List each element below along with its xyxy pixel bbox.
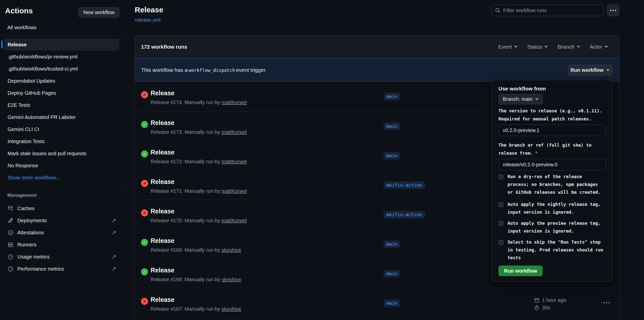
filter-dropdown-branch[interactable]: Branch	[557, 44, 580, 50]
sidebar-item-performance-metrics[interactable]: Performance metrics ↗	[0, 263, 125, 275]
sidebar-item-workflow[interactable]: Mark stale issues and pull requests	[5, 147, 119, 159]
run-description: Release #167: Manually run by skeshive	[151, 306, 241, 312]
branch-label[interactable]: main	[383, 240, 400, 248]
ref-input[interactable]	[498, 159, 606, 170]
filter-dropdown-actor[interactable]: Actor	[590, 44, 608, 50]
actor-link[interactable]: skeshive	[221, 306, 241, 312]
checkbox-label: Auto apply the nightly release tag,input…	[508, 201, 601, 216]
chevron-down-icon	[544, 46, 548, 48]
sidebar-item-label: Attestations	[17, 230, 44, 236]
run-age: 1 hour ago	[542, 297, 566, 303]
filter-runs-search[interactable]	[491, 5, 604, 16]
branch-label[interactable]: mk/fix-action	[383, 181, 425, 189]
cache-icon	[8, 206, 13, 211]
checkbox[interactable]	[498, 240, 503, 245]
management-header: Management	[7, 193, 37, 198]
external-link-icon: ↗	[111, 253, 116, 260]
workflow-options-button[interactable]	[607, 5, 619, 16]
run-title-link[interactable]: Release	[151, 296, 175, 303]
run-description: Release #171: Manually run by mattKorwel	[151, 188, 247, 194]
sidebar-item-caches[interactable]: Caches	[0, 202, 125, 214]
version-help-text: The version to release (e.g., v0.1.11).R…	[498, 107, 607, 123]
actor-link[interactable]: mattKorwel	[221, 188, 247, 194]
sidebar-item-workflow[interactable]: No Response	[5, 159, 119, 172]
run-title-link[interactable]: Release	[151, 119, 175, 126]
success-icon: ✓	[141, 239, 148, 246]
sidebar-item-workflow[interactable]: Show more workflows...	[5, 172, 119, 184]
workflow-file-link[interactable]: release.yml	[135, 17, 160, 23]
sidebar-item-deployments[interactable]: Deployments ↗	[0, 214, 125, 227]
checkbox[interactable]	[498, 175, 503, 179]
sidebar-item-all-workflows[interactable]: All workflows	[5, 22, 120, 33]
sidebar-item-workflow[interactable]: .github/workflows/trusted-ci.yml	[5, 63, 119, 75]
run-title-link[interactable]: Release	[151, 267, 175, 274]
actor-link[interactable]: mattKorwel	[221, 129, 247, 135]
actor-link[interactable]: mattKorwel	[221, 159, 247, 164]
search-input[interactable]	[503, 8, 600, 13]
branch-label[interactable]: main	[383, 299, 400, 307]
run-workflow-dropdown-button[interactable]: Run workflow	[568, 65, 612, 76]
run-workflow-popover: Use workflow from Branch: main The versi…	[492, 80, 612, 282]
branch-label[interactable]: main	[383, 122, 400, 130]
actor-link[interactable]: mattKorwel	[221, 100, 247, 105]
actor-link[interactable]: skeshive	[221, 247, 241, 253]
runs-count: 172 workflow runs	[141, 44, 187, 50]
new-workflow-button[interactable]: New workflow	[78, 7, 119, 17]
run-title-link[interactable]: Release	[151, 89, 175, 97]
meter-icon	[8, 254, 13, 260]
divider	[2, 188, 123, 188]
sidebar: Actions New workflow All workflows Relea…	[0, 0, 125, 320]
version-input[interactable]	[498, 124, 606, 136]
divider	[2, 35, 123, 36]
workflow-run-row: ✕ Release Release #167: Manually run by …	[135, 288, 619, 317]
popover-checkbox-row: Run a dry-run of the releaseprocess; no …	[498, 173, 608, 196]
actor-link[interactable]: mattKorwel	[221, 218, 247, 223]
banner-text: This workflow has aworkflow_dispatcheven…	[141, 67, 267, 73]
sidebar-item-attestations[interactable]: Attestations ↗	[0, 227, 125, 239]
run-title-link[interactable]: Release	[151, 208, 175, 215]
sidebar-item-label: No Response	[8, 163, 38, 169]
sidebar-item-label: Integration Tests	[8, 139, 44, 144]
run-meta: 1 hour ago 35s	[534, 296, 566, 311]
sidebar-item-workflow[interactable]: Release	[5, 39, 119, 51]
run-description: Release #173: Manually run by mattKorwel	[151, 129, 247, 135]
sidebar-item-workflow[interactable]: Deploy GitHub Pages	[5, 87, 119, 99]
branch-label[interactable]: mk/fix-action	[383, 211, 425, 218]
filter-dropdown-event[interactable]: Event	[498, 44, 518, 50]
run-title-link[interactable]: Release	[151, 178, 175, 185]
filter-dropdown-status[interactable]: Status	[527, 44, 548, 50]
sidebar-item-usage-metrics[interactable]: Usage metrics ↗	[0, 251, 125, 263]
run-workflow-submit-button[interactable]: Run workflow	[498, 266, 543, 276]
ref-help-text: The branch or ref (full git sha) torelea…	[498, 141, 607, 157]
branch-label[interactable]: main	[383, 270, 400, 277]
sidebar-item-workflow[interactable]: .github/workflows/pr-review.yml	[5, 51, 119, 63]
search-icon	[495, 8, 501, 13]
branch-label[interactable]: main	[383, 93, 400, 100]
workflow-dispatch-code: workflow_dispatch	[187, 68, 236, 73]
checkbox[interactable]	[498, 221, 503, 226]
meter-icon	[8, 266, 13, 272]
run-duration: 35s	[542, 305, 550, 311]
branch-select-button[interactable]: Branch: main	[498, 94, 543, 104]
sidebar-item-workflow[interactable]: Integration Tests	[5, 135, 119, 147]
run-title-link[interactable]: Release	[151, 237, 175, 244]
actor-link[interactable]: skeshive	[221, 277, 241, 282]
run-title-link[interactable]: Release	[151, 149, 175, 156]
sidebar-item-workflow[interactable]: Gemini Automated PR Labeler	[5, 111, 119, 123]
sidebar-item-runners[interactable]: Runners	[0, 239, 125, 251]
sidebar-item-label: Gemini CLI CI	[8, 126, 39, 132]
failure-icon: ✕	[141, 180, 148, 187]
run-description: Release #168: Manually run by skeshive	[151, 277, 241, 282]
sidebar-item-label: Runners	[17, 242, 37, 248]
checkbox-label: Run a dry-run of the releaseprocess; no …	[508, 173, 601, 196]
success-icon: ✓	[141, 150, 148, 157]
run-options-button[interactable]	[603, 302, 610, 303]
branch-label[interactable]: main	[383, 152, 400, 159]
sidebar-item-workflow[interactable]: Dependabot Updates	[5, 75, 119, 87]
run-description: Release #170: Manually run by mattKorwel	[151, 218, 247, 223]
chevron-down-icon	[606, 69, 610, 71]
sidebar-item-workflow[interactable]: E2E Tests	[5, 99, 119, 111]
checkbox[interactable]	[498, 202, 503, 207]
sidebar-item-workflow[interactable]: Gemini CLI CI	[5, 123, 119, 135]
run-description: Release #172: Manually run by mattKorwel	[151, 159, 247, 165]
